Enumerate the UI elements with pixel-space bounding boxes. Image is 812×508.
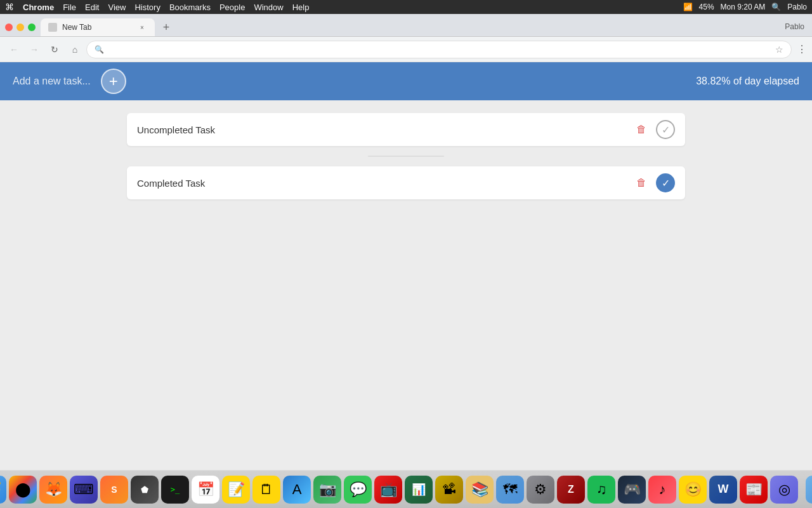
window-minimize-button[interactable] xyxy=(16,23,24,31)
home-button[interactable]: ⌂ xyxy=(66,41,84,58)
menubar-battery: 45% xyxy=(699,3,714,11)
dock-item-vscode[interactable]: ⌨ xyxy=(70,476,98,504)
task-name-uncompleted: Uncompleted Task xyxy=(137,124,632,135)
dock-item-syspref[interactable]: ⚙ xyxy=(527,476,554,504)
task-delete-button-uncompleted[interactable]: 🗑 xyxy=(632,120,651,139)
url-bar: 🔍 ☆ xyxy=(86,41,792,58)
url-input[interactable] xyxy=(108,44,771,54)
dock-item-emoji[interactable]: 😊 xyxy=(679,476,707,504)
task-input-area: Add a new task... + xyxy=(13,69,696,94)
dock-item-stickies[interactable]: 🗒 xyxy=(252,476,280,504)
back-button[interactable]: ← xyxy=(5,41,23,58)
menubar-user: Pablo xyxy=(787,3,807,11)
task-delete-button-completed[interactable]: 🗑 xyxy=(632,173,651,192)
menu-window[interactable]: Window xyxy=(254,3,283,12)
menu-people[interactable]: People xyxy=(219,3,245,12)
task-actions-completed: 🗑 ✓ xyxy=(632,173,675,192)
dock-item-folder1[interactable]: 📁 xyxy=(806,476,812,504)
menu-history[interactable]: History xyxy=(134,3,160,12)
dock: 🖥 🚀 🧭 ⬤ 🦊 ⌨ S ⬟ >_ 📅 📝 🗒 A 📷 💬 📺 📊 📽 📚 🗺… xyxy=(0,470,812,508)
reload-button[interactable]: ↻ xyxy=(46,41,63,58)
task-header: Add a new task... + 38.82% of day elapse… xyxy=(0,62,812,100)
task-complete-button-completed[interactable]: ✓ xyxy=(656,173,675,192)
tab-bar: New Tab × + Pablo xyxy=(0,14,812,37)
menu-edit[interactable]: Edit xyxy=(85,3,99,12)
apple-menu[interactable]: ⌘ xyxy=(5,2,14,12)
dock-item-terminal[interactable]: >_ xyxy=(161,476,189,504)
tasks-area: Uncompleted Task 🗑 ✓ Completed Task 🗑 ✓ xyxy=(0,100,812,508)
day-elapsed-label: 38.82% of day elapsed xyxy=(696,76,799,87)
dock-item-firefox[interactable]: 🦊 xyxy=(39,476,67,504)
menubar-search-icon[interactable]: 🔍 xyxy=(771,3,781,11)
task-actions-uncompleted: 🗑 ✓ xyxy=(632,120,675,139)
dock-item-spotify[interactable]: ♫ xyxy=(587,476,615,504)
dock-item-word[interactable]: W xyxy=(709,476,737,504)
menubar-clock: Mon 9:20 AM xyxy=(721,3,766,11)
dock-item-siri[interactable]: ◎ xyxy=(770,476,798,504)
browser-content: Uncompleted Task 🗑 ✓ Completed Task 🗑 ✓ xyxy=(0,100,812,508)
tab-title: New Tab xyxy=(62,23,132,32)
user-profile-label: Pablo xyxy=(785,22,807,36)
tab-favicon xyxy=(48,23,57,32)
app-name[interactable]: Chrome xyxy=(23,3,54,12)
dock-item-sublime[interactable]: S xyxy=(100,476,128,504)
dock-item-messages[interactable]: 💬 xyxy=(344,476,372,504)
dock-item-notes[interactable]: 📝 xyxy=(222,476,250,504)
dock-item-news[interactable]: 📰 xyxy=(740,476,768,504)
dock-item-facetime[interactable]: 📷 xyxy=(313,476,341,504)
dock-item-calendar[interactable]: 📅 xyxy=(192,476,219,504)
url-search-icon: 🔍 xyxy=(95,45,104,54)
dock-item-numbers[interactable]: 📊 xyxy=(405,476,433,504)
tab-new-tab[interactable]: New Tab × xyxy=(41,18,155,36)
menu-bar: ⌘ Chrome File Edit View History Bookmark… xyxy=(0,0,812,14)
dock-item-screens[interactable]: 📺 xyxy=(374,476,402,504)
task-complete-button-uncompleted[interactable]: ✓ xyxy=(656,120,675,139)
task-separator xyxy=(368,156,444,157)
add-task-button[interactable]: + xyxy=(101,69,126,94)
dock-item-appstore[interactable]: A xyxy=(283,476,311,504)
dock-item-steam[interactable]: 🎮 xyxy=(618,476,646,504)
window-maximize-button[interactable] xyxy=(28,23,36,31)
dock-item-itunes[interactable]: ♪ xyxy=(648,476,676,504)
window-controls xyxy=(5,23,36,36)
dock-item-keynote[interactable]: 📽 xyxy=(435,476,463,504)
menu-bar-right: 📶 45% Mon 9:20 AM 🔍 Pablo xyxy=(683,3,807,11)
address-bar: ← → ↻ ⌂ 🔍 ☆ ⋮ xyxy=(0,37,812,62)
dock-item-ibooks[interactable]: 📚 xyxy=(466,476,494,504)
new-tab-button[interactable]: + xyxy=(157,18,175,36)
dock-item-tower[interactable]: ⬟ xyxy=(131,476,159,504)
dock-item-filezilla[interactable]: Z xyxy=(557,476,585,504)
menu-bar-left: ⌘ Chrome File Edit View History Bookmark… xyxy=(5,2,309,12)
menu-bookmarks[interactable]: Bookmarks xyxy=(169,3,211,12)
bookmark-star-icon[interactable]: ☆ xyxy=(775,44,783,55)
menubar-wifi-icon: 📶 xyxy=(683,3,693,11)
dock-item-safari[interactable]: 🧭 xyxy=(0,476,6,504)
dock-item-chrome[interactable]: ⬤ xyxy=(9,476,37,504)
tab-close-button[interactable]: × xyxy=(137,22,147,32)
window-close-button[interactable] xyxy=(5,23,13,31)
task-item-completed: Completed Task 🗑 ✓ xyxy=(127,166,685,199)
forward-button[interactable]: → xyxy=(25,41,43,58)
menu-file[interactable]: File xyxy=(63,3,76,12)
task-item-uncompleted: Uncompleted Task 🗑 ✓ xyxy=(127,113,685,146)
more-options-icon[interactable]: ⋮ xyxy=(797,43,807,55)
menu-help[interactable]: Help xyxy=(292,3,310,12)
dock-item-maps[interactable]: 🗺 xyxy=(496,476,524,504)
task-placeholder[interactable]: Add a new task... xyxy=(13,76,91,87)
task-name-completed: Completed Task xyxy=(137,178,632,189)
menu-view[interactable]: View xyxy=(108,3,126,12)
